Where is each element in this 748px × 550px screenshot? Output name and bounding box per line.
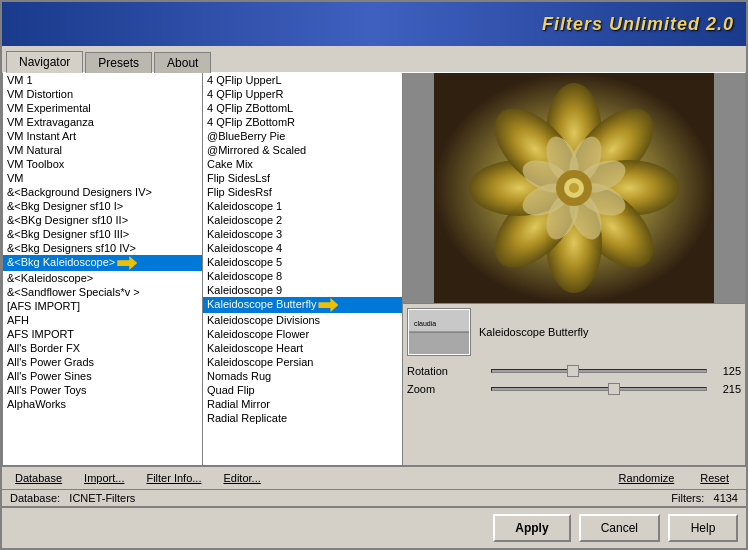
- middle-list-item[interactable]: Kaleidoscope 2: [203, 213, 402, 227]
- preview-image: [403, 73, 745, 303]
- middle-list-item[interactable]: Kaleidoscope 5: [203, 255, 402, 269]
- left-list-item[interactable]: &<BKg Designer sf10 II>: [3, 213, 202, 227]
- middle-list-item[interactable]: 4 QFlip ZBottomL: [203, 101, 402, 115]
- filter-info-row: claudia Kaleidoscope Butterfly: [403, 303, 745, 360]
- title-bar-text: Filters Unlimited 2.0: [542, 14, 734, 35]
- middle-list-item[interactable]: Kaleidoscope Flower: [203, 327, 402, 341]
- reset-button[interactable]: Reset: [691, 469, 738, 487]
- middle-list[interactable]: 4 QFlip UpperL4 QFlip UpperR4 QFlip ZBot…: [203, 73, 402, 465]
- param-slider-1[interactable]: [491, 387, 707, 391]
- left-list-item[interactable]: VM Extravaganza: [3, 115, 202, 129]
- left-list-item[interactable]: All's Power Sines: [3, 369, 202, 383]
- left-list-item[interactable]: &<Background Designers IV>: [3, 185, 202, 199]
- left-panel: VM 1VM DistortionVM ExperimentalVM Extra…: [3, 73, 203, 465]
- status-database: Database: ICNET-Filters: [10, 492, 135, 504]
- left-list-item[interactable]: &<Bkg Kaleidoscope>: [3, 255, 202, 271]
- main-window: Filters Unlimited 2.0 Navigator Presets …: [0, 0, 748, 550]
- param-label-1: Zoom: [407, 383, 487, 395]
- left-list-item[interactable]: VM: [3, 171, 202, 185]
- middle-list-item[interactable]: Kaleidoscope 4: [203, 241, 402, 255]
- bottom-toolbar: Database Import... Filter Info... Editor…: [2, 466, 746, 489]
- help-button[interactable]: Help: [668, 514, 738, 542]
- thumbnail-box: claudia: [407, 308, 471, 356]
- left-list-item[interactable]: &<Sandflower Specials*v >: [3, 285, 202, 299]
- middle-list-item[interactable]: 4 QFlip ZBottomR: [203, 115, 402, 129]
- left-list-item[interactable]: VM Experimental: [3, 101, 202, 115]
- left-list-item[interactable]: AFS IMPORT: [3, 327, 202, 341]
- svg-text:claudia: claudia: [414, 320, 436, 327]
- param-slider-thumb-1[interactable]: [608, 383, 620, 395]
- title-bar: Filters Unlimited 2.0: [2, 2, 746, 46]
- database-button[interactable]: Database: [6, 469, 71, 487]
- left-list-item[interactable]: &<Bkg Designers sf10 IV>: [3, 241, 202, 255]
- svg-rect-21: [409, 332, 469, 354]
- middle-list-item[interactable]: Kaleidoscope Butterfly: [203, 297, 402, 313]
- middle-list-item[interactable]: Flip SidesRsf: [203, 185, 402, 199]
- param-slider-0[interactable]: [491, 369, 707, 373]
- middle-list-container: 4 QFlip UpperL4 QFlip UpperR4 QFlip ZBot…: [203, 73, 402, 465]
- tab-presets[interactable]: Presets: [85, 52, 152, 73]
- apply-button[interactable]: Apply: [493, 514, 570, 542]
- middle-list-item[interactable]: Kaleidoscope 8: [203, 269, 402, 283]
- filter-info-button[interactable]: Filter Info...: [137, 469, 210, 487]
- param-row-zoom: Zoom215: [407, 382, 741, 396]
- editor-button[interactable]: Editor...: [214, 469, 269, 487]
- left-list-item[interactable]: All's Border FX: [3, 341, 202, 355]
- filter-name-label: Kaleidoscope Butterfly: [471, 326, 588, 338]
- arrow-indicator-middle: [318, 298, 338, 312]
- left-list-item[interactable]: VM Instant Art: [3, 129, 202, 143]
- left-list-item[interactable]: VM 1: [3, 73, 202, 87]
- middle-list-item[interactable]: 4 QFlip UpperR: [203, 87, 402, 101]
- main-content: VM 1VM DistortionVM ExperimentalVM Extra…: [2, 72, 746, 466]
- middle-list-item[interactable]: Radial Mirror: [203, 397, 402, 411]
- middle-list-item[interactable]: @Mirrored & Scaled: [203, 143, 402, 157]
- randomize-button[interactable]: Randomize: [610, 469, 684, 487]
- left-list[interactable]: VM 1VM DistortionVM ExperimentalVM Extra…: [3, 73, 202, 465]
- left-list-item[interactable]: VM Toolbox: [3, 157, 202, 171]
- left-list-item[interactable]: &<Bkg Designer sf10 III>: [3, 227, 202, 241]
- status-filters: Filters: 4134: [671, 492, 738, 504]
- svg-point-19: [569, 183, 579, 193]
- middle-list-item[interactable]: Kaleidoscope Heart: [203, 341, 402, 355]
- middle-list-item[interactable]: Flip SidesLsf: [203, 171, 402, 185]
- tab-bar: Navigator Presets About: [2, 46, 746, 72]
- left-list-item[interactable]: &<Kaleidoscope>: [3, 271, 202, 285]
- params-area: Rotation125Zoom215: [403, 360, 745, 465]
- left-list-item[interactable]: All's Power Toys: [3, 383, 202, 397]
- right-panel: claudia Kaleidoscope Butterfly Rotation1…: [403, 73, 745, 465]
- status-bar: Database: ICNET-Filters Filters: 4134: [2, 489, 746, 506]
- left-list-container: VM 1VM DistortionVM ExperimentalVM Extra…: [3, 73, 202, 465]
- middle-panel: 4 QFlip UpperL4 QFlip UpperR4 QFlip ZBot…: [203, 73, 403, 465]
- left-list-item[interactable]: VM Distortion: [3, 87, 202, 101]
- param-row-rotation: Rotation125: [407, 364, 741, 378]
- middle-list-item[interactable]: Kaleidoscope 9: [203, 283, 402, 297]
- middle-list-item[interactable]: Kaleidoscope 3: [203, 227, 402, 241]
- middle-list-item[interactable]: Quad Flip: [203, 383, 402, 397]
- middle-list-item[interactable]: Kaleidoscope 1: [203, 199, 402, 213]
- import-button[interactable]: Import...: [75, 469, 133, 487]
- left-list-item[interactable]: VM Natural: [3, 143, 202, 157]
- cancel-button[interactable]: Cancel: [579, 514, 660, 542]
- toolbar-right: Randomize Reset: [610, 469, 742, 487]
- left-list-item[interactable]: &<Bkg Designer sf10 I>: [3, 199, 202, 213]
- middle-list-item[interactable]: Cake Mix: [203, 157, 402, 171]
- middle-list-item[interactable]: Kaleidoscope Persian: [203, 355, 402, 369]
- action-bar: Apply Cancel Help: [2, 506, 746, 548]
- middle-list-item[interactable]: Nomads Rug: [203, 369, 402, 383]
- tab-navigator[interactable]: Navigator: [6, 51, 83, 73]
- middle-list-item[interactable]: @BlueBerry Pie: [203, 129, 402, 143]
- param-value-0: 125: [711, 365, 741, 377]
- middle-list-item[interactable]: 4 QFlip UpperL: [203, 73, 402, 87]
- param-slider-thumb-0[interactable]: [567, 365, 579, 377]
- param-value-1: 215: [711, 383, 741, 395]
- left-list-item[interactable]: AFH: [3, 313, 202, 327]
- tab-about[interactable]: About: [154, 52, 211, 73]
- left-list-item[interactable]: All's Power Grads: [3, 355, 202, 369]
- arrow-indicator-left: [117, 256, 137, 270]
- left-list-item[interactable]: [AFS IMPORT]: [3, 299, 202, 313]
- middle-list-item[interactable]: Radial Replicate: [203, 411, 402, 425]
- middle-list-item[interactable]: Kaleidoscope Divisions: [203, 313, 402, 327]
- param-label-0: Rotation: [407, 365, 487, 377]
- left-list-item[interactable]: AlphaWorks: [3, 397, 202, 411]
